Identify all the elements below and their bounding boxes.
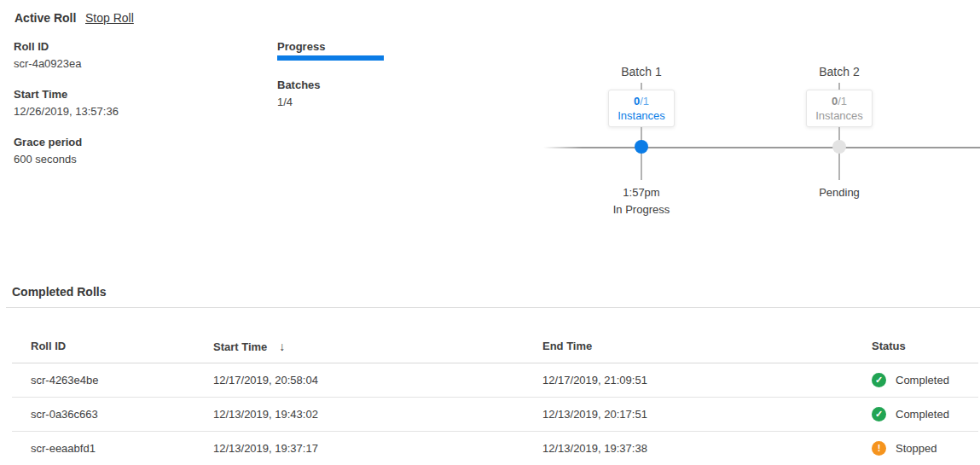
batch-2-tick-top <box>838 83 840 90</box>
cell-status: Completed <box>872 407 978 421</box>
roll-id-label: Roll ID <box>14 40 119 54</box>
cell-end-time: 12/13/2019, 19:37:38 <box>542 442 872 455</box>
cell-roll-id: scr-4263e4be <box>12 374 213 387</box>
batch-2-instance-count: 0/1 <box>832 94 847 108</box>
progress-bar-fill <box>277 55 384 61</box>
timeline-batch-2: Batch 2 0/1 Instances Pending <box>771 64 908 202</box>
cell-status: Stopped <box>872 441 978 456</box>
column-header-start-time[interactable]: Start Time↓ <box>213 340 542 353</box>
batch-2-instances-card[interactable]: 0/1 Instances <box>806 90 873 127</box>
stop-roll-link[interactable]: Stop Roll <box>85 11 134 25</box>
active-roll-details: Roll ID scr-4a0923ea Start Time 12/26/20… <box>14 40 119 183</box>
table-row: scr-0a36c663 12/13/2019, 19:43:02 12/13/… <box>12 398 978 432</box>
start-time-field: Start Time 12/26/2019, 13:57:36 <box>14 88 119 119</box>
status-label: Completed <box>896 374 949 387</box>
timeline-batch-1: Batch 1 0/1 Instances 1:57pm In Progress <box>573 64 710 218</box>
column-header-status: Status <box>872 340 978 352</box>
roll-id-field: Roll ID scr-4a0923ea <box>14 40 119 71</box>
start-time-value: 12/26/2019, 13:57:36 <box>14 105 119 119</box>
batch-1-name: Batch 1 <box>621 64 661 79</box>
column-header-end-time: End Time <box>542 340 872 352</box>
cell-start-time: 12/13/2019, 19:43:02 <box>213 408 542 421</box>
cell-start-time: 12/17/2019, 20:58:04 <box>213 374 542 387</box>
progress-bar <box>277 55 384 61</box>
batch-1-tick-mid <box>641 127 642 141</box>
status-stopped-icon <box>872 441 886 456</box>
batch-2-name: Batch 2 <box>819 64 859 79</box>
table-row: scr-4263e4be 12/17/2019, 20:58:04 12/17/… <box>12 363 978 398</box>
status-completed-icon <box>872 373 886 387</box>
batch-2-tick-mid <box>838 127 840 141</box>
roll-management-page: Active Roll Stop Roll Roll ID scr-4a0923… <box>0 0 980 465</box>
cell-end-time: 12/13/2019, 20:17:51 <box>542 408 872 421</box>
batch-1-instance-count: 0/1 <box>634 94 649 108</box>
cell-start-time: 12/13/2019, 19:37:17 <box>213 442 542 455</box>
batch-1-instances-card[interactable]: 0/1 Instances <box>608 90 675 127</box>
roll-id-value: scr-4a0923ea <box>14 57 119 71</box>
completed-rolls-title: Completed Rolls <box>12 285 106 299</box>
grace-period-field: Grace period 600 seconds <box>14 136 119 166</box>
status-label: Stopped <box>896 442 937 455</box>
status-label: Completed <box>896 408 949 421</box>
progress-label: Progress <box>277 40 388 54</box>
completed-rolls-header-row: Roll ID Start Time↓ End Time Status <box>12 329 978 363</box>
active-roll-title: Active Roll <box>14 11 76 25</box>
progress-section: Progress Batches 1/4 <box>277 40 388 109</box>
batches-label: Batches <box>277 78 388 92</box>
batch-2-time: Pending <box>819 185 860 201</box>
batch-2-timeline-dot <box>832 140 846 154</box>
start-time-label: Start Time <box>14 88 119 102</box>
cell-roll-id: scr-eeaabfd1 <box>12 442 213 455</box>
batch-1-timeline-dot <box>635 140 648 154</box>
batch-2-instances-label: Instances <box>815 108 863 123</box>
batch-1-time: 1:57pm <box>623 185 659 201</box>
sort-descending-icon[interactable]: ↓ <box>279 340 285 353</box>
batch-1-tick-bottom <box>641 153 642 180</box>
section-divider <box>6 307 980 308</box>
grace-period-value: 600 seconds <box>14 153 119 166</box>
cell-roll-id: scr-0a36c663 <box>12 408 213 421</box>
status-completed-icon <box>872 407 886 421</box>
cell-status: Completed <box>872 373 978 387</box>
batches-value: 1/4 <box>277 96 388 109</box>
cell-end-time: 12/17/2019, 21:09:51 <box>542 374 872 387</box>
column-header-roll-id: Roll ID <box>12 340 213 352</box>
batch-1-status: In Progress <box>613 202 670 218</box>
batch-1-tick-top <box>641 83 642 90</box>
batch-1-instances-label: Instances <box>618 108 665 123</box>
batch-2-tick-bottom <box>838 153 840 180</box>
table-row: scr-eeaabfd1 12/13/2019, 19:37:17 12/13/… <box>12 432 978 465</box>
grace-period-label: Grace period <box>14 136 119 149</box>
